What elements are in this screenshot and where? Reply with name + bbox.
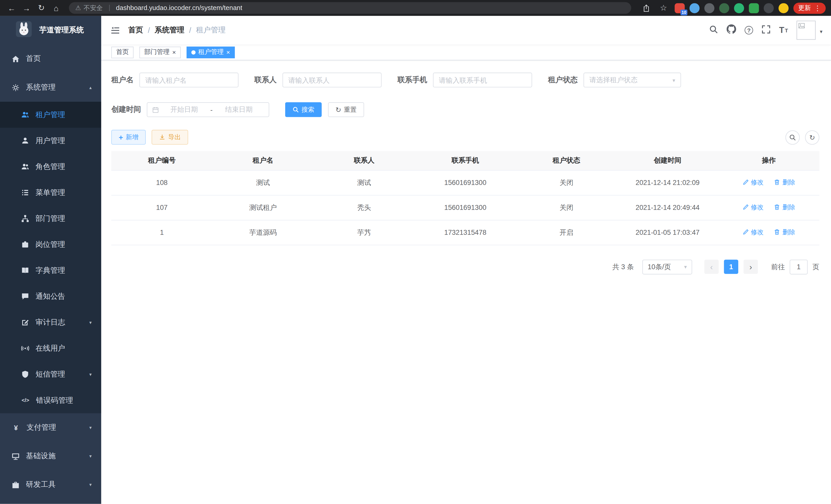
download-icon — [159, 134, 166, 141]
sidebar-item-post[interactable]: 岗位管理 — [0, 232, 101, 258]
tab-tenant[interactable]: 租户管理 × — [187, 46, 235, 58]
page-size-select[interactable]: 10条/页 ▾ — [642, 260, 692, 274]
add-button[interactable]: + 新增 — [111, 130, 146, 145]
browser-home-icon[interactable]: ⌂ — [50, 2, 63, 14]
refresh-icon: ↻ — [336, 106, 341, 113]
breadcrumb-home[interactable]: 首页 — [128, 25, 143, 35]
sidebar-item-dept[interactable]: 部门管理 — [0, 206, 101, 232]
extension-icon-gray[interactable] — [704, 3, 714, 13]
tab-dept[interactable]: 部门管理 × — [139, 46, 181, 58]
sidebar-item-devtools[interactable]: 研发工具 ▾ — [0, 471, 101, 499]
extension-icon-adblock[interactable]: 10 — [675, 3, 685, 13]
sidebar-item-home[interactable]: 首页 — [0, 45, 101, 73]
phone-input[interactable] — [433, 73, 532, 88]
caret-down-icon[interactable]: ▾ — [820, 29, 823, 34]
browser-forward-icon[interactable]: → — [20, 2, 33, 14]
sidebar-item-online-users[interactable]: 在线用户 — [0, 335, 101, 361]
tenant-name-input[interactable] — [139, 73, 238, 88]
toggle-search-button[interactable] — [785, 130, 800, 144]
reset-button[interactable]: ↻ 重置 — [328, 102, 364, 117]
sidebar-item-payment[interactable]: ¥ 支付管理 ▾ — [0, 413, 101, 442]
help-icon[interactable]: ? — [745, 26, 753, 34]
fullscreen-icon[interactable] — [762, 25, 771, 36]
menu-label: 部门管理 — [35, 214, 65, 223]
cell-contact: 秃头 — [314, 195, 415, 220]
page-content: 租户名 联系人 联系手机 租户状态 请选择租户状态 — [101, 60, 831, 504]
calendar-icon — [152, 106, 159, 113]
goto-page-input[interactable] — [790, 260, 808, 274]
menu-label: 租户管理 — [35, 110, 65, 119]
tenant-status-select[interactable]: 请选择租户状态 ▾ — [583, 73, 681, 88]
sidebar-item-sms[interactable]: 短信管理 ▾ — [0, 361, 101, 387]
chevron-down-icon: ▾ — [89, 482, 91, 487]
next-page-button[interactable]: › — [744, 260, 758, 274]
github-icon[interactable] — [727, 24, 736, 36]
close-icon[interactable]: × — [172, 49, 176, 56]
font-size-icon[interactable]: TT — [779, 26, 788, 34]
sidebar-item-notice[interactable]: 通知公告 — [0, 283, 101, 309]
edit-button[interactable]: 修改 — [742, 178, 764, 187]
gear-icon — [11, 84, 20, 91]
sidebar-item-menu[interactable]: 菜单管理 — [0, 180, 101, 206]
sidebar-item-dict[interactable]: 字典管理 — [0, 258, 101, 283]
browser-back-icon[interactable]: ← — [5, 2, 18, 14]
delete-button[interactable]: 删除 — [774, 228, 795, 237]
menu-label: 用户管理 — [35, 136, 65, 145]
extension-icon-blue[interactable] — [689, 3, 699, 13]
menu-label: 首页 — [26, 54, 41, 63]
app-logo[interactable]: 芋道管理系统 — [0, 16, 101, 45]
logo-image — [16, 21, 32, 39]
address-bar[interactable]: ⚠ 不安全 dashboard.yudao.iocoder.cn/system/… — [69, 2, 631, 13]
delete-button[interactable]: 删除 — [774, 203, 795, 212]
cell-tenant-id: 107 — [111, 195, 212, 220]
cell-contact: 测试 — [314, 170, 415, 195]
breadcrumb-system[interactable]: 系统管理 — [155, 25, 184, 35]
sidebar-item-error-code[interactable]: </> 错误码管理 — [0, 387, 101, 413]
browser-update-button[interactable]: 更新 ⋮ — [794, 2, 826, 13]
tab-home[interactable]: 首页 — [111, 46, 134, 58]
table-header-row: 租户编号 租户名 联系人 联系手机 租户状态 创建时间 操作 — [111, 151, 820, 170]
contact-input[interactable] — [282, 73, 381, 88]
shield-icon — [21, 370, 29, 378]
chevron-down-icon: ▾ — [89, 454, 91, 459]
sidebar-menu: 首页 系统管理 ▴ 租户管理 用户管理 — [0, 45, 101, 499]
tab-label: 首页 — [116, 48, 129, 57]
prev-page-button[interactable]: ‹ — [704, 260, 719, 274]
browser-reload-icon[interactable]: ↻ — [35, 2, 48, 14]
export-button[interactable]: 导出 — [152, 130, 188, 145]
sidebar-item-system[interactable]: 系统管理 ▴ — [0, 73, 101, 102]
page-unit-label: 页 — [812, 262, 820, 271]
edit-icon — [742, 229, 749, 236]
page-number-button[interactable]: 1 — [724, 260, 738, 274]
extension-icon-green[interactable] — [734, 3, 744, 13]
delete-button[interactable]: 删除 — [774, 178, 795, 187]
edit-button[interactable]: 修改 — [742, 228, 764, 237]
bookmark-star-icon[interactable]: ☆ — [657, 2, 670, 14]
sidebar-item-role[interactable]: 角色管理 — [0, 154, 101, 180]
browser-menu-icon[interactable]: ⋮ — [814, 4, 821, 12]
range-separator: - — [209, 106, 213, 114]
edit-button[interactable]: 修改 — [742, 203, 764, 212]
share-icon[interactable] — [639, 2, 652, 14]
profile-avatar-icon[interactable] — [779, 3, 789, 13]
sidebar-item-user[interactable]: 用户管理 — [0, 128, 101, 154]
extension-icon-green-square[interactable] — [749, 3, 759, 13]
extension-icon-green-dark[interactable] — [719, 3, 729, 13]
sidebar-item-tenant[interactable]: 租户管理 — [0, 102, 101, 128]
search-button[interactable]: 搜索 — [285, 102, 322, 117]
browser-toolbar: ← → ↻ ⌂ ⚠ 不安全 dashboard.yudao.iocoder.cn… — [0, 0, 831, 16]
create-time-range-picker[interactable]: 开始日期 - 结束日期 — [147, 102, 269, 117]
search-icon[interactable] — [709, 25, 718, 36]
extension-icon-dark[interactable] — [764, 3, 774, 13]
avatar[interactable] — [797, 21, 815, 39]
sidebar-item-audit-log[interactable]: 审计日志 ▾ — [0, 309, 101, 335]
close-icon[interactable]: × — [226, 49, 230, 56]
column-header-actions: 操作 — [718, 151, 820, 170]
monitor-icon — [11, 452, 20, 460]
tenant-table: 租户编号 租户名 联系人 联系手机 租户状态 创建时间 操作 108 测试 — [111, 151, 820, 245]
sidebar-toggle-button[interactable] — [111, 26, 120, 35]
book-icon — [21, 266, 29, 274]
sidebar-item-infra[interactable]: 基础设施 ▾ — [0, 442, 101, 470]
select-placeholder: 请选择租户状态 — [590, 75, 638, 85]
refresh-table-button[interactable]: ↻ — [805, 130, 820, 144]
